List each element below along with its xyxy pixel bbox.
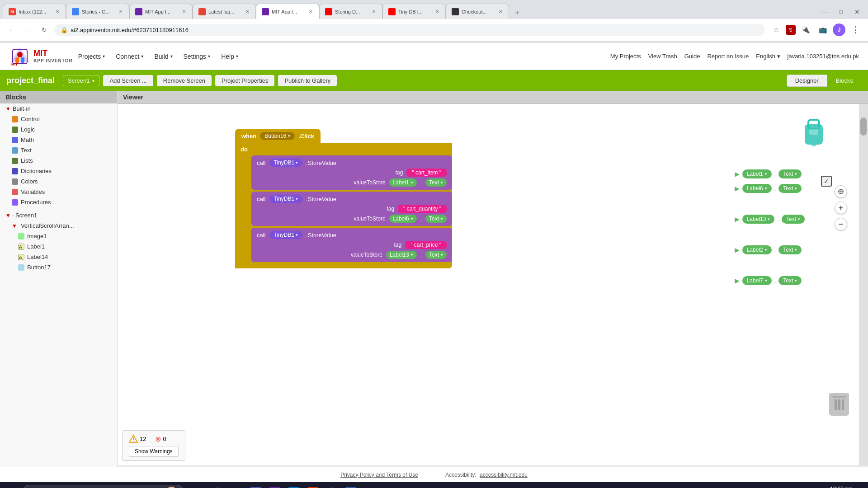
guide-link[interactable]: Guide [684,53,700,60]
label1-block-1[interactable]: Label1▾ [389,178,417,187]
tinydb1-3[interactable]: TinyDB1 ▾ [269,231,303,239]
cart-price-block[interactable]: " cart_price " [405,241,447,249]
event-header[interactable]: when Button16 ▾ .Click [235,129,321,143]
right-text3-block[interactable]: Text▾ [782,215,805,224]
tab-close-faq[interactable]: ✕ [245,8,250,15]
user-email[interactable]: javaria.103251@tns.edu.pk [788,53,859,60]
checkbox-icon[interactable]: ✓ [821,176,832,187]
designer-view-button[interactable]: Designer [787,75,827,87]
viewer-canvas[interactable]: when Button16 ▾ .Click do [118,104,868,465]
nav-settings[interactable]: Settings ▾ [178,43,216,70]
right-label13-block[interactable]: Label13▾ [742,215,775,224]
label6-block-1[interactable]: Label6▾ [389,215,417,223]
sidebar-vertical-scroll[interactable]: ▼ VerticalScrollArran... [0,221,117,231]
right-text4-block[interactable]: Text▾ [778,245,802,254]
taskbar-myob[interactable]: M [266,484,284,488]
publish-button[interactable]: Publish to Gallery [278,75,337,86]
browser-extension-button[interactable]: S [786,25,796,35]
trash-icon[interactable] [829,393,849,416]
tab-stories[interactable]: Stories - G... ✕ [66,4,129,19]
nav-projects[interactable]: Projects ▾ [73,43,111,70]
sidebar-item-procedures[interactable]: Procedures [0,197,117,207]
cart-quantity-block[interactable]: " cart_quantity " [398,205,447,213]
project-properties-button[interactable]: Project Properties [215,75,274,86]
tab-close-checkout[interactable]: ✕ [498,8,503,15]
call-block-3[interactable]: call TinyDB1 ▾ .StoreValue tag " cart_pr… [251,228,452,262]
label13-block-1[interactable]: Label13▾ [386,251,417,259]
tab-youtube2[interactable]: Tiny DB |... ✕ [382,4,446,19]
tab-close-mit2[interactable]: ✕ [308,8,313,15]
tab-close-mit1[interactable]: ✕ [181,8,187,15]
privacy-link[interactable]: Privacy Policy and Terms of Use [340,472,418,478]
sidebar-item-math[interactable]: Math [0,135,117,145]
tinydb1-2[interactable]: TinyDB1 ▾ [269,195,303,203]
right-text5-block[interactable]: Text▾ [778,276,802,285]
address-input[interactable] [71,27,759,33]
sidebar-item-logic[interactable]: Logic [0,124,117,135]
taskbar-store[interactable]: 🏪 [285,484,303,488]
blocks-view-button[interactable]: Blocks [827,75,862,87]
nav-help[interactable]: Help ▾ [216,43,244,70]
tab-gmail[interactable]: M Inbox (112... ✕ [3,4,66,19]
cart-item-block[interactable]: " cart_item " [406,169,447,177]
forward-button[interactable]: → [22,23,34,36]
show-desktop-button[interactable] [858,484,861,488]
start-button[interactable] [4,485,20,488]
tab-close-yt1[interactable]: ✕ [371,8,377,15]
right-label6-block[interactable]: Label6▾ [742,184,772,193]
sidebar-screen1-header[interactable]: ▼ Screen1 [0,210,117,221]
remove-screen-button[interactable]: Remove Screen [157,75,212,86]
sidebar-item-dicts[interactable]: Dictionaries [0,166,117,176]
vertical-scrollbar[interactable] [859,104,868,465]
right-label1-block[interactable]: Label1▾ [742,169,772,178]
sidebar-builtin-header[interactable]: ▼ Built-in [0,103,117,114]
backpack-icon[interactable] [796,113,832,150]
add-screen-button[interactable]: Add Screen ... [103,75,153,86]
taskbar-search-box[interactable]: 🔍 Search [22,485,184,488]
clock-display[interactable]: 12:37 pm 04/02/2025 [826,485,853,488]
zoom-out-button[interactable]: − [835,218,847,230]
taskbar-teams[interactable] [247,484,265,488]
show-warnings-button[interactable]: Show Warnings [129,446,179,457]
right-text2-block[interactable]: Text▾ [778,184,802,193]
sidebar-item-lists[interactable]: Lists [0,155,117,166]
zoom-target-button[interactable] [835,185,847,198]
sidebar-item-text[interactable]: Text [0,145,117,155]
reload-button[interactable]: ↻ [38,23,51,36]
minimize-button[interactable]: — [817,5,832,19]
tab-checkout[interactable]: Checkout... ✕ [446,4,509,19]
maximize-button[interactable]: □ [834,5,848,19]
sidebar-item-control[interactable]: Control [0,114,117,124]
text-block-3[interactable]: Text▾ [425,251,447,259]
sidebar-label14[interactable]: A Label14 [0,252,117,262]
my-projects-link[interactable]: My Projects [610,53,641,60]
zoom-in-button[interactable]: + [835,202,847,214]
tab-mit2[interactable]: MIT App I... ✕ [256,4,319,19]
back-button[interactable]: ← [5,23,18,36]
report-issue-link[interactable]: Report an Issue [707,53,749,60]
new-tab-button[interactable]: ＋ [511,6,524,19]
sidebar-button17[interactable]: Button17 [0,262,117,272]
nav-build[interactable]: Build ▾ [149,43,178,70]
menu-button[interactable]: ⋮ [848,23,863,37]
tab-close-stories[interactable]: ✕ [118,8,123,15]
taskbar-edge[interactable] [228,484,246,488]
close-window-button[interactable]: ✕ [850,5,864,19]
tab-youtube1[interactable]: Storing D... ✕ [319,4,382,19]
screen-selector[interactable]: Screen1 ▾ [63,75,99,86]
call-block-2[interactable]: call TinyDB1 ▾ .StoreValue tag " cart_qu… [251,192,452,226]
profile-button[interactable]: J [833,23,845,36]
text-block-1[interactable]: Text▾ [425,178,447,187]
extensions-button[interactable]: 🔌 [798,23,813,37]
tab-close-yt2[interactable]: ✕ [434,8,440,15]
taskbar-app7[interactable] [304,484,322,488]
taskbar-chrome-app[interactable] [209,484,227,488]
tinydb1-1[interactable]: TinyDB1 ▾ [269,159,303,167]
tab-faq[interactable]: Latest faq... ✕ [193,4,256,19]
cast-button[interactable]: 📺 [816,23,830,37]
right-label2-block[interactable]: Label2▾ [742,245,772,254]
tab-mit1[interactable]: MIT App I... ✕ [129,4,193,19]
sidebar-item-variables[interactable]: Variables [0,187,117,197]
taskbar-file-explorer[interactable] [190,484,208,488]
view-trash-link[interactable]: View Trash [648,53,677,60]
